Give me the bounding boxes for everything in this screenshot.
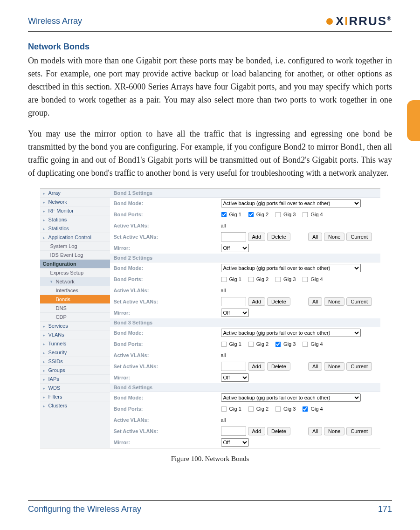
gig-port-checkbox[interactable] — [275, 276, 281, 282]
vlan-input[interactable] — [221, 297, 246, 306]
nav-vlans[interactable]: VLANs — [40, 330, 110, 339]
mirror-label: Mirror: — [114, 375, 221, 380]
mirror-select[interactable]: Off — [221, 244, 249, 252]
mirror-select[interactable]: Off — [221, 373, 249, 382]
delete-button[interactable]: Delete — [267, 427, 290, 435]
bond-mode-select[interactable]: Active backup (gig ports fail over to ea… — [221, 393, 361, 402]
nav-security[interactable]: Security — [40, 348, 110, 357]
gig-port-checkbox[interactable] — [221, 212, 227, 217]
vlan-input[interactable] — [221, 427, 246, 436]
gig-port-option[interactable]: Gig 4 — [302, 212, 323, 218]
all-button[interactable]: All — [308, 427, 322, 435]
gig-port-option[interactable]: Gig 1 — [221, 406, 241, 412]
gig-port-checkbox[interactable] — [248, 212, 254, 217]
nav-tunnels[interactable]: Tunnels — [40, 339, 110, 348]
nav-array[interactable]: Array — [40, 189, 110, 198]
nav-groups[interactable]: Groups — [40, 366, 110, 375]
bond-mode-select[interactable]: Active backup (gig ports fail over to ea… — [221, 329, 361, 337]
gig-port-option[interactable]: Gig 2 — [248, 276, 269, 282]
bond-mode-label: Bond Mode: — [114, 265, 221, 271]
add-button[interactable]: Add — [248, 427, 266, 435]
nav-ids-event-log[interactable]: IDS Event Log — [40, 251, 110, 260]
gig-port-checkbox[interactable] — [248, 276, 254, 282]
gig-port-checkbox[interactable] — [221, 276, 227, 282]
delete-button[interactable]: Delete — [267, 297, 290, 306]
delete-button[interactable]: Delete — [267, 362, 290, 371]
gig-port-checkbox[interactable] — [275, 212, 281, 217]
add-button[interactable]: Add — [248, 233, 266, 241]
mirror-select[interactable]: Off — [221, 438, 249, 447]
add-button[interactable]: Add — [248, 362, 266, 371]
all-button[interactable]: All — [308, 297, 322, 306]
gig-port-option[interactable]: Gig 2 — [248, 212, 269, 218]
current-button[interactable]: Current — [346, 427, 372, 435]
vlan-input[interactable] — [221, 362, 246, 371]
gig-port-option[interactable]: Gig 3 — [275, 212, 296, 218]
logo-dot-icon — [326, 18, 333, 25]
gig-port-option[interactable]: Gig 2 — [248, 341, 269, 347]
gig-port-checkbox[interactable] — [303, 276, 308, 282]
nav-clusters[interactable]: Clusters — [40, 401, 110, 410]
nav-configuration[interactable]: Configuration — [40, 260, 110, 268]
nav-network-sub[interactable]: ▾Network — [40, 277, 110, 286]
none-button[interactable]: None — [324, 233, 344, 241]
gig-port-checkbox[interactable] — [275, 406, 281, 412]
gig-port-option[interactable]: Gig 2 — [248, 406, 269, 412]
caret-right-icon — [43, 199, 47, 205]
vlan-input[interactable] — [221, 232, 246, 241]
nav-app-control[interactable]: Application Control — [40, 233, 110, 242]
none-button[interactable]: None — [324, 427, 344, 435]
gig-port-option[interactable]: Gig 4 — [302, 341, 323, 347]
gig-port-label: Gig 1 — [229, 212, 241, 217]
current-button[interactable]: Current — [346, 362, 372, 371]
nav-filters[interactable]: Filters — [40, 392, 110, 401]
current-button[interactable]: Current — [346, 297, 372, 306]
nav-network[interactable]: Network — [40, 198, 110, 206]
gig-port-option[interactable]: Gig 1 — [221, 276, 241, 282]
mirror-select[interactable]: Off — [221, 309, 249, 317]
mirror-label: Mirror: — [114, 310, 221, 316]
set-active-vlans-row: Set Active VLANs:AddDeleteAllNoneCurrent — [110, 296, 380, 307]
gig-port-checkbox[interactable] — [303, 212, 308, 217]
gig-port-checkbox[interactable] — [303, 341, 308, 347]
gig-port-option[interactable]: Gig 3 — [275, 341, 296, 347]
bond-mode-select[interactable]: Active backup (gig ports fail over to ea… — [221, 264, 361, 272]
bond-mode-select[interactable]: Active backup (gig ports fail over to ea… — [221, 199, 361, 207]
nav-bonds-selected[interactable]: Bonds — [40, 295, 110, 304]
nav-services[interactable]: Services — [40, 322, 110, 330]
nav-rf-monitor[interactable]: RF Monitor — [40, 206, 110, 215]
gig-port-checkbox[interactable] — [248, 341, 254, 347]
gig-port-option[interactable]: Gig 1 — [221, 212, 241, 218]
logo-text: XIRRUS® — [336, 14, 392, 28]
page-footer: Configuring the Wireless Array 171 — [28, 500, 392, 514]
delete-button[interactable]: Delete — [267, 233, 290, 241]
gig-port-checkbox[interactable] — [221, 341, 227, 347]
all-button[interactable]: All — [308, 362, 322, 371]
add-button[interactable]: Add — [248, 297, 266, 306]
nav-express-setup[interactable]: Express Setup — [40, 268, 110, 277]
gig-port-checkbox[interactable] — [275, 341, 281, 347]
nav-statistics[interactable]: Statistics — [40, 224, 110, 233]
gig-port-checkbox[interactable] — [221, 406, 227, 412]
gig-port-option[interactable]: Gig 3 — [275, 406, 296, 412]
gig-port-checkbox[interactable] — [303, 406, 308, 412]
gig-port-option[interactable]: Gig 4 — [302, 406, 323, 412]
nav-stations[interactable]: Stations — [40, 215, 110, 224]
page-header: Wireless Array XIRRUS® — [28, 14, 392, 32]
nav-system-log[interactable]: System Log — [40, 242, 110, 251]
gig-port-option[interactable]: Gig 3 — [275, 276, 296, 282]
nav-dns[interactable]: DNS — [40, 304, 110, 313]
nav-interfaces[interactable]: Interfaces — [40, 286, 110, 295]
nav-wds[interactable]: WDS — [40, 384, 110, 392]
gig-port-option[interactable]: Gig 1 — [221, 341, 241, 347]
caret-right-icon — [43, 403, 47, 408]
current-button[interactable]: Current — [346, 233, 372, 241]
nav-iaps[interactable]: IAPs — [40, 375, 110, 384]
none-button[interactable]: None — [324, 362, 344, 371]
all-button[interactable]: All — [308, 233, 322, 241]
gig-port-option[interactable]: Gig 4 — [302, 276, 323, 282]
none-button[interactable]: None — [324, 297, 344, 306]
gig-port-checkbox[interactable] — [248, 406, 254, 412]
nav-ssids[interactable]: SSIDs — [40, 357, 110, 366]
nav-cdp[interactable]: CDP — [40, 313, 110, 322]
